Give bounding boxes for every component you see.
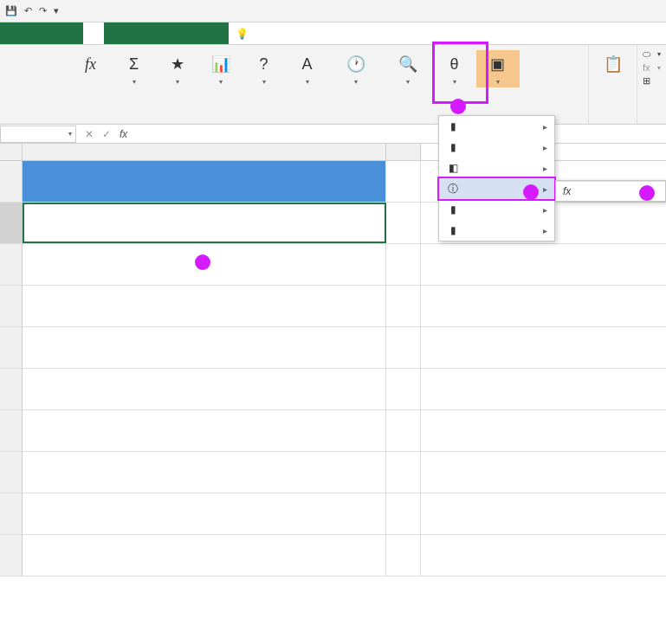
- cell-b1[interactable]: [386, 161, 421, 202]
- chevron-right-icon: ▸: [543, 122, 547, 132]
- logic-icon: ?: [252, 52, 276, 76]
- name-manager-button[interactable]: 📋: [592, 50, 635, 80]
- lookup-icon: 🔍: [396, 52, 420, 76]
- tab-dev[interactable]: [166, 23, 187, 44]
- tab-insert[interactable]: [42, 23, 62, 44]
- chevron-right-icon: ▸: [543, 226, 547, 235]
- formula-bar: ▾ ✕ ✓ fx: [0, 125, 666, 144]
- redo-icon[interactable]: ↷: [39, 5, 47, 16]
- tab-pdf[interactable]: [208, 23, 229, 44]
- row-header-8[interactable]: [0, 452, 23, 493]
- row-header-9[interactable]: [0, 493, 23, 534]
- name-manager-icon: 📋: [601, 52, 625, 76]
- chevron-right-icon: ▸: [543, 164, 547, 173]
- tab-layout[interactable]: [62, 23, 83, 44]
- use-in-formula-button[interactable]: fx▾: [643, 62, 661, 73]
- defined-names-group: ⬭▾ fx▾ ⊞: [637, 45, 666, 124]
- eng-icon: ▮: [446, 140, 460, 154]
- text-icon: A: [295, 52, 320, 76]
- row-header-6[interactable]: [0, 369, 23, 409]
- tab-review[interactable]: [125, 23, 145, 44]
- qat-dropdown-icon[interactable]: ▾: [54, 5, 59, 16]
- financial-button[interactable]: 📊 ▾: [199, 50, 242, 87]
- namebox-dropdown-icon[interactable]: ▾: [68, 130, 72, 138]
- menu-item-web[interactable]: ▮▸: [439, 220, 554, 241]
- chevron-right-icon: ▸: [543, 184, 547, 194]
- annotation-badge-4: [639, 185, 655, 201]
- chevron-right-icon: ▸: [543, 205, 547, 215]
- row-header-7[interactable]: [0, 410, 23, 451]
- fx-icon[interactable]: fx: [120, 128, 127, 140]
- create-from-selection-button[interactable]: ⊞: [643, 75, 661, 87]
- sigma-icon: Σ: [122, 52, 146, 76]
- ribbon-tabs: 💡: [0, 23, 666, 45]
- grid-icon: ⊞: [643, 75, 650, 87]
- fx-icon: fx: [79, 52, 103, 76]
- tab-formulas[interactable]: [83, 23, 104, 44]
- confirm-icon[interactable]: ✓: [102, 128, 111, 140]
- menu-item-statistics[interactable]: ▮▸: [439, 116, 554, 137]
- quick-access-toolbar: 💾 ↶ ↷ ▾: [5, 5, 59, 16]
- save-icon[interactable]: 💾: [5, 5, 17, 16]
- tab-data[interactable]: [104, 23, 125, 44]
- name-box[interactable]: ▾: [0, 126, 76, 143]
- fx-small-icon: fx: [643, 62, 650, 73]
- menu-item-cube[interactable]: ◧▸: [439, 158, 554, 178]
- info-icon: ⓘ: [446, 182, 460, 196]
- lookup-button[interactable]: 🔍 ▾: [383, 50, 433, 87]
- spreadsheet: [0, 144, 666, 576]
- title-bar: 💾 ↶ ↷ ▾: [0, 0, 666, 23]
- menu-item-engineering[interactable]: ▮▸: [439, 137, 554, 158]
- financial-icon: 📊: [209, 52, 233, 76]
- cancel-icon[interactable]: ✕: [85, 128, 94, 140]
- select-all-corner[interactable]: [0, 144, 23, 160]
- recent-functions-button[interactable]: ★ ▾: [156, 50, 199, 87]
- logic-button[interactable]: ? ▾: [242, 50, 286, 87]
- row-header-3[interactable]: [0, 244, 23, 285]
- star-icon: ★: [165, 52, 190, 76]
- text-button[interactable]: A ▾: [286, 50, 329, 87]
- undo-icon[interactable]: ↶: [24, 5, 32, 16]
- cell-a2-selected[interactable]: [23, 203, 386, 243]
- datetime-button[interactable]: 🕐 ▾: [329, 50, 383, 87]
- other-functions-button[interactable]: ▣ ▾: [476, 50, 520, 87]
- tag-icon: ⬭: [643, 48, 650, 60]
- lightbulb-icon: 💡: [236, 28, 249, 40]
- web-icon: ▮: [446, 223, 460, 237]
- autosum-button[interactable]: Σ ▾: [113, 50, 156, 87]
- cell-b2[interactable]: [386, 203, 421, 243]
- column-header-a[interactable]: [23, 144, 386, 160]
- annotation-badge-3: [523, 184, 539, 200]
- other-functions-menu: ▮▸ ▮▸ ◧▸ ⓘ▸ ▮▸ ▮▸: [438, 115, 555, 242]
- row-header-1[interactable]: [0, 161, 23, 202]
- stats-icon: ▮: [446, 119, 460, 133]
- fx-icon: fx: [563, 185, 571, 197]
- tell-me-search[interactable]: 💡: [229, 23, 259, 44]
- tab-help[interactable]: [187, 23, 208, 44]
- row-header-4[interactable]: [0, 286, 23, 326]
- row-header-10[interactable]: [0, 535, 23, 576]
- column-header-b[interactable]: [386, 144, 421, 160]
- row-header-5[interactable]: [0, 327, 23, 368]
- cell-a1[interactable]: [23, 161, 386, 202]
- chevron-right-icon: ▸: [543, 143, 547, 152]
- ribbon: fx Σ ▾ ★ ▾ 📊 ▾ ? ▾ A ▾: [0, 45, 666, 125]
- compat-icon: ▮: [446, 203, 460, 216]
- define-name-button[interactable]: ⬭▾: [643, 48, 661, 60]
- tab-home[interactable]: [21, 23, 42, 44]
- cube-icon: ◧: [446, 161, 460, 175]
- more-icon: ▣: [486, 52, 510, 76]
- menu-item-compatibility[interactable]: ▮▸: [439, 199, 554, 220]
- theta-icon: θ: [443, 52, 467, 76]
- insert-function-button[interactable]: fx: [69, 50, 113, 80]
- annotation-badge-1: [195, 254, 210, 270]
- tab-file[interactable]: [0, 23, 21, 44]
- tab-view[interactable]: [145, 23, 166, 44]
- clock-icon: 🕐: [344, 52, 368, 76]
- row-header-2[interactable]: [0, 203, 23, 243]
- math-button[interactable]: θ ▾: [433, 50, 476, 87]
- annotation-badge-2: [450, 99, 466, 114]
